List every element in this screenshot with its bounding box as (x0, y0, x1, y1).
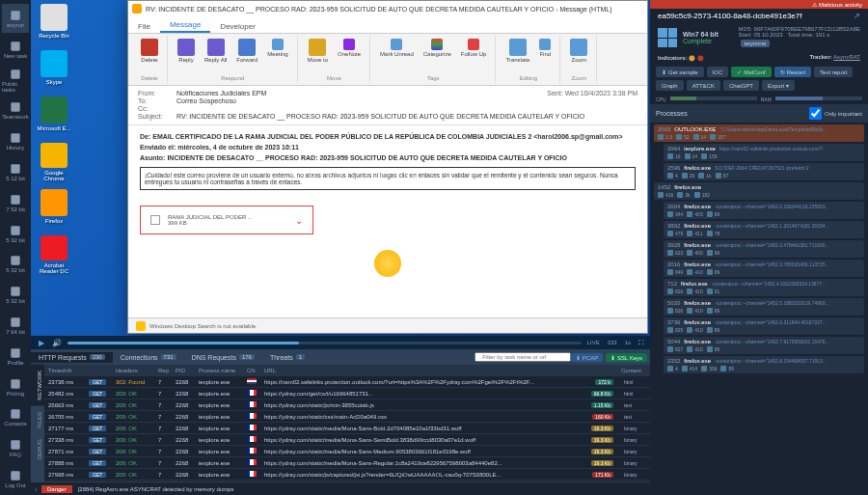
sidebar-item-history[interactable]: History (2, 126, 29, 155)
ioc-button[interactable]: IOC (707, 67, 729, 77)
tab-message[interactable]: Message (160, 18, 210, 33)
action-buttons: ⬇ Get sample IOC ✓ MalConf ↻ Restart Tex… (650, 63, 868, 95)
network-row[interactable]: 25482 msGET200: OK72268iexplore.exehttps… (44, 388, 650, 399)
process-item[interactable]: 712firefox.exe-contentproc --channel="14… (664, 279, 864, 296)
sidebar-item-public-tasks[interactable]: Public tasks (2, 66, 29, 95)
ribbon-group-move: Move to OneNote Move (299, 36, 370, 83)
process-item[interactable]: 2352firefox.exe-contentproc --channel="1… (664, 356, 864, 373)
filter-input[interactable] (475, 352, 571, 362)
delete-button[interactable]: Delete (138, 38, 161, 64)
network-row[interactable]: 23738 msGET302: Found72268iexplore.exeht… (44, 376, 650, 388)
svg-rect-0 (11, 11, 19, 19)
process-item[interactable]: 5044firefox.exe-contentproc --channel="1… (664, 337, 864, 354)
reply-all-button[interactable]: Reply All (202, 38, 230, 64)
forward-button[interactable]: Forward (233, 38, 260, 64)
volume-button[interactable]: 🔊 (52, 338, 62, 347)
process-item[interactable]: 3736firefox.exe-contentproc --channel="1… (664, 317, 864, 335)
process-item[interactable]: 3928firefox.exe-contentproc --channel="1… (664, 240, 864, 258)
chatgpt-button[interactable]: ChatGPT (723, 80, 759, 91)
sidebar-item-log-out[interactable]: Log Out (2, 464, 29, 493)
process-item[interactable]: 2503OUTLOOK.EXE"C:\Users\admin\AppData\L… (654, 124, 864, 142)
attachment-box[interactable]: RAMA JUDICIAL DEL PODER ...399 KB ⌄ (140, 206, 313, 234)
mark-unread-button[interactable]: Mark Unread (377, 38, 417, 58)
process-item[interactable]: 3892firefox.exe-contentproc --channel="1… (664, 221, 864, 238)
network-row[interactable]: 27871 msGET200: OK72268iexplore.exehttps… (44, 446, 650, 457)
graph-button[interactable]: Graph (656, 80, 684, 91)
sidebar-item-faq[interactable]: FAQ (2, 433, 29, 462)
tab-threats[interactable]: Threats1 (262, 352, 312, 363)
sidebar-item-7-52-bit[interactable]: 7 52 bit (2, 188, 29, 217)
process-item[interactable]: 2596firefox.exeSCODEF:2964 CREDAT:267521… (664, 163, 864, 180)
tab-dns-requests[interactable]: DNS Requests176 (184, 352, 262, 363)
outlook-titlebar[interactable]: RV: INCIDENTE DE DESACATO __ PROCESO RAD… (128, 1, 647, 16)
alert-text: [2884] RegAsm.exe ASYNCRAT detected by m… (72, 486, 240, 492)
followup-button[interactable]: Follow Up (458, 38, 490, 58)
tag-asyncrat[interactable]: asyncrat (741, 40, 771, 47)
sidebar-item-teamwork[interactable]: Teamwork (2, 96, 29, 124)
network-row[interactable]: 27177 msGET200: OK72268iexplore.exehttps… (44, 423, 650, 434)
vtab-network[interactable]: NETWORK (31, 365, 44, 406)
chevron-down-icon[interactable]: ⌄ (295, 215, 303, 226)
network-row[interactable]: 27338 msGET200: OK72268iexplore.exehttps… (44, 434, 650, 446)
ribbon-group-tags: Mark Unread Categorize Follow Up Tags (371, 36, 496, 83)
fullscreen-button[interactable]: ⛶ (638, 340, 644, 345)
pcap-button[interactable]: ⬇ PCAP (571, 353, 603, 362)
export-button[interactable]: Export ▾ (762, 80, 795, 91)
onenote-button[interactable]: OneNote (335, 38, 364, 64)
desktop-icon-google-chrome[interactable]: Google Chrome (35, 143, 73, 181)
move-button[interactable]: Move to (305, 38, 331, 64)
restart-button[interactable]: ↻ Restart (774, 67, 811, 77)
attck-button[interactable]: ATT&CK (687, 80, 720, 91)
only-important-checkbox[interactable] (809, 107, 822, 120)
process-item[interactable]: 2964iexplore.exehttps://nam02.safelinks.… (664, 144, 864, 161)
process-item[interactable]: 2016firefox.exe-contentproc --channel="1… (664, 260, 864, 277)
sidebar-item-5-32-bit[interactable]: 5 32 bit (2, 219, 29, 248)
desktop-icon-skype[interactable]: Skype (35, 50, 73, 89)
network-row[interactable]: 27888 msGET200: OK72268iexplore.exehttps… (44, 457, 650, 469)
network-row[interactable]: 25663 msGET200: OK72268iexplore.exehttps… (44, 399, 650, 411)
vtab-files[interactable]: FILES (31, 406, 44, 434)
malconf-button[interactable]: ✓ MalConf (731, 67, 771, 77)
find-button[interactable]: Find (536, 38, 554, 64)
sidebar-item-5-32-bit[interactable]: 5 32 bit (2, 250, 29, 279)
zoom-button[interactable]: Zoom (567, 38, 590, 64)
network-row[interactable]: 26705 msGET200: OK72268iexplore.exehttps… (44, 411, 650, 423)
tab-file[interactable]: File (128, 20, 160, 33)
play-button[interactable]: ▶ (37, 338, 46, 347)
process-item[interactable]: 2604firefox.exe-contentproc --channel="1… (664, 202, 864, 219)
get-sample-button[interactable]: ⬇ Get sample (656, 67, 704, 77)
process-item[interactable]: 5020firefox.exe-contentproc --channel="1… (664, 298, 864, 316)
sidebar-item-contacts[interactable]: Contacts (2, 403, 29, 432)
process-item[interactable]: 1452firefox.exe4163k182 (654, 182, 864, 200)
progress-bar[interactable] (68, 342, 582, 344)
reply-button[interactable]: Reply (175, 38, 198, 64)
desktop: Recycle BinSkypeMicrosoft E...Google Chr… (31, 0, 650, 345)
sidebar-item-new-task[interactable]: New task (2, 35, 29, 64)
meeting-button[interactable]: Meeting (264, 38, 290, 64)
desktop-icon-firefox[interactable]: Firefox (35, 189, 73, 228)
translate-button[interactable]: Translate (502, 38, 532, 64)
svg-rect-3 (11, 103, 19, 112)
tab-http-requests[interactable]: HTTP Requests230 (31, 352, 113, 363)
sidebar-item-5-32-bit[interactable]: 5 32 bit (2, 280, 29, 309)
expand-icon[interactable]: ↕ (31, 486, 41, 492)
tab-connections[interactable]: Connections731 (113, 352, 184, 363)
desktop-icon-microsoft-e...[interactable]: Microsoft E... (35, 96, 73, 135)
text-report-button[interactable]: Text report (814, 67, 853, 77)
share-icon[interactable]: ↗ (854, 12, 860, 20)
categorize-button[interactable]: Categorize (420, 38, 454, 58)
sidebar-item-pricing[interactable]: Pricing (2, 372, 29, 401)
ssl-keys-button[interactable]: ⬇ SSL Keys (606, 353, 647, 362)
sidebar-item-anyrun[interactable]: anyrun (2, 4, 29, 33)
sidebar-item-7-64-bit[interactable]: 7 64 bit (2, 311, 29, 340)
svg-rect-5 (11, 164, 19, 173)
outlook-statusbar: Windows Desktop Search is not available. (128, 317, 647, 333)
tab-developer[interactable]: Developer (210, 20, 264, 33)
desktop-icon-acrobat-reader-dc[interactable]: Acrobat Reader DC (35, 235, 73, 274)
sidebar-item-profile[interactable]: Profile (2, 342, 29, 371)
network-row[interactable]: 27998 msGET200: OK72268iexplore.exehttps… (44, 469, 650, 481)
desktop-icon-recycle-bin[interactable]: Recycle Bin (35, 4, 73, 42)
sidebar-item-5-12-bit[interactable]: 5 12 bit (2, 157, 29, 186)
envelope-icon (132, 4, 142, 14)
vtab-debug[interactable]: DEBUG (31, 433, 44, 465)
